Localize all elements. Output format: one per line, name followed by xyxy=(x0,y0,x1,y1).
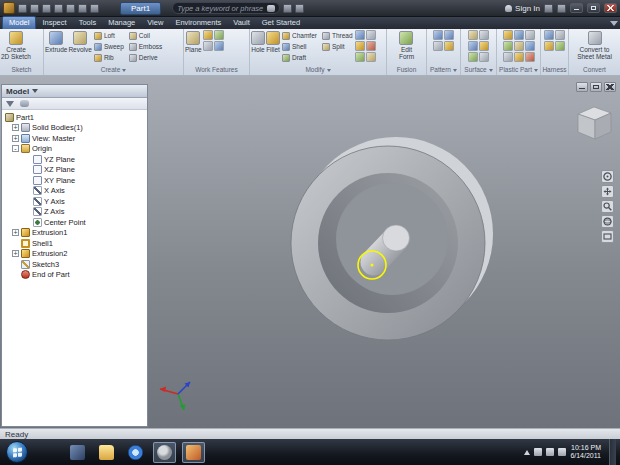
document-tab[interactable]: Part1 xyxy=(120,2,161,15)
patch-icon[interactable] xyxy=(479,30,489,40)
rectangular-pattern-icon[interactable] xyxy=(433,30,443,40)
expand-icon[interactable]: + xyxy=(12,124,19,131)
exchange-apps-icon[interactable] xyxy=(544,4,553,13)
tab-vault[interactable]: Vault xyxy=(227,17,256,29)
paint-taskbar-button[interactable] xyxy=(182,442,205,463)
ucs-icon[interactable] xyxy=(203,41,213,51)
move-face-icon[interactable] xyxy=(355,30,365,40)
redo-icon[interactable] xyxy=(66,4,75,13)
internet-explorer-taskbar-button[interactable] xyxy=(124,442,147,463)
binoculars-icon[interactable] xyxy=(267,5,275,12)
group-label-convert[interactable]: Convert xyxy=(569,65,620,75)
snap-fit-icon[interactable] xyxy=(503,41,513,51)
search-box[interactable] xyxy=(172,2,280,14)
boss-icon[interactable] xyxy=(514,30,524,40)
move-bodies-icon[interactable] xyxy=(355,41,365,51)
revolve-button[interactable]: Revolve xyxy=(68,30,91,53)
selection-center-point[interactable] xyxy=(371,264,374,267)
work-axis-icon[interactable] xyxy=(203,30,213,40)
new-file-icon[interactable] xyxy=(18,4,27,13)
tab-manage[interactable]: Manage xyxy=(102,17,141,29)
sign-in-button[interactable]: Sign In xyxy=(505,4,540,13)
view-cube[interactable] xyxy=(578,107,611,139)
group-label-work-features[interactable]: Work Features xyxy=(184,65,249,75)
tab-model[interactable]: Model xyxy=(2,16,36,29)
taskbar-clock[interactable]: 10:16 PM 6/14/2011 xyxy=(570,444,601,460)
tab-inspect[interactable]: Inspect xyxy=(36,17,72,29)
sweep-button[interactable]: Sweep xyxy=(93,41,125,52)
minimize-ribbon-icon[interactable] xyxy=(610,21,618,26)
close-button[interactable] xyxy=(604,3,617,13)
draft-button[interactable]: Draft xyxy=(281,52,318,63)
extend-icon[interactable] xyxy=(479,41,489,51)
doc-restore-icon[interactable] xyxy=(590,82,602,92)
tree-item-x-axis[interactable]: X Axis xyxy=(2,186,147,197)
tree-item-origin[interactable]: - Origin xyxy=(2,144,147,155)
tree-item-z-axis[interactable]: Z Axis xyxy=(2,207,147,218)
tree-item-xy-plane[interactable]: XY Plane xyxy=(2,175,147,186)
plane-button[interactable]: Plane xyxy=(185,30,202,53)
navigation-wheel-icon[interactable] xyxy=(601,170,614,183)
ruled-surface-icon[interactable] xyxy=(479,52,489,62)
group-label-surface[interactable]: Surface xyxy=(461,65,496,75)
rib-button[interactable]: Rib xyxy=(93,52,125,63)
mirror-icon[interactable] xyxy=(433,41,443,51)
thicken-offset-icon[interactable] xyxy=(355,52,365,62)
find-icon[interactable] xyxy=(20,100,29,107)
save-icon[interactable] xyxy=(42,4,51,13)
derive-button[interactable]: Derive xyxy=(128,52,163,63)
grill-icon[interactable] xyxy=(503,30,513,40)
route-icon[interactable] xyxy=(544,30,554,40)
direct-edit-icon[interactable] xyxy=(366,52,376,62)
tree-item-extrusion2[interactable]: + Extrusion2 xyxy=(2,249,147,260)
inventor-taskbar-button[interactable] xyxy=(153,442,176,463)
group-label-sketch[interactable]: Sketch xyxy=(0,65,43,75)
maximize-button[interactable] xyxy=(587,3,600,13)
circular-pattern-icon[interactable] xyxy=(444,30,454,40)
create-2d-sketch-button[interactable]: Create2D Sketch xyxy=(1,30,31,60)
work-point-icon[interactable] xyxy=(214,30,224,40)
group-label-create[interactable]: Create xyxy=(44,65,183,75)
volume-icon[interactable] xyxy=(558,448,566,456)
minimize-button[interactable] xyxy=(570,3,583,13)
rule-fillet-icon[interactable] xyxy=(514,41,524,51)
filter-icon[interactable] xyxy=(6,101,14,107)
orbit-icon[interactable] xyxy=(601,215,614,228)
expand-icon[interactable]: + xyxy=(12,135,19,142)
group-label-modify[interactable]: Modify xyxy=(250,65,386,75)
tree-item-xz-plane[interactable]: XZ Plane xyxy=(2,165,147,176)
chamfer-button[interactable]: Chamfer xyxy=(281,30,318,41)
help-icon[interactable] xyxy=(557,4,566,13)
thread-button[interactable]: Thread xyxy=(321,30,354,41)
network-icon[interactable] xyxy=(546,448,554,456)
copy-object-icon[interactable] xyxy=(366,30,376,40)
collapse-icon[interactable]: - xyxy=(12,145,19,152)
group-label-fusion[interactable]: Fusion xyxy=(387,65,426,75)
boss-face[interactable] xyxy=(383,225,410,251)
coil-button[interactable]: Coil xyxy=(128,30,163,41)
undo-icon[interactable] xyxy=(54,4,63,13)
lip-icon[interactable] xyxy=(525,41,535,51)
shell-button[interactable]: Shell xyxy=(281,41,318,52)
group-label-pattern[interactable]: Pattern xyxy=(427,65,460,75)
windows-explorer-taskbar-button[interactable] xyxy=(95,442,118,463)
grounded-point-icon[interactable] xyxy=(214,41,224,51)
zoom-icon[interactable] xyxy=(601,200,614,213)
split-button[interactable]: Split xyxy=(321,41,354,52)
show-hidden-icons-icon[interactable] xyxy=(524,450,530,455)
browser-header[interactable]: Model xyxy=(2,85,147,98)
look-at-icon[interactable] xyxy=(601,230,614,243)
pan-icon[interactable] xyxy=(601,185,614,198)
trim-icon[interactable] xyxy=(468,41,478,51)
sculpt-icon[interactable] xyxy=(468,52,478,62)
start-button[interactable] xyxy=(6,441,28,463)
action-center-icon[interactable] xyxy=(534,448,542,456)
extrude-button[interactable]: Extrude xyxy=(45,30,67,53)
edit-form-button[interactable]: EditForm xyxy=(399,30,414,60)
group-label-plastic-part[interactable]: Plastic Part xyxy=(497,65,540,75)
draft-analysis-icon[interactable] xyxy=(503,52,513,62)
viewport-3d[interactable]: Model Part1 + Solid Bodies(1) + xyxy=(0,76,620,428)
tab-tools[interactable]: Tools xyxy=(73,17,103,29)
tree-item-solid-bodies[interactable]: + Solid Bodies(1) xyxy=(2,123,147,134)
show-desktop-button[interactable] xyxy=(609,439,616,465)
